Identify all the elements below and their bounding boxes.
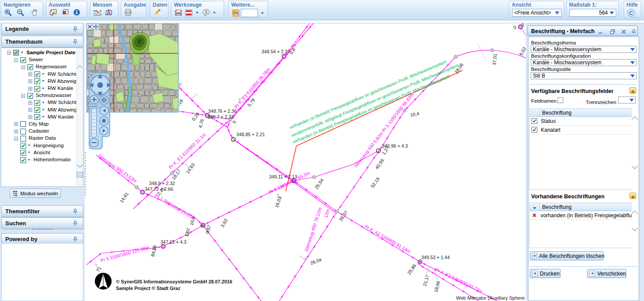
svg-text:348.85 + 2.21: 348.85 + 2.21 (236, 132, 265, 137)
svg-text:© SynerGIS Informationssysteme: © SynerGIS Informationssysteme GmbH 28.0… (116, 279, 232, 284)
svg-text:Sample Project © Stadt Graz: Sample Project © Stadt Graz (116, 286, 181, 291)
svg-text:37,01: 37,01 (491, 53, 498, 65)
svg-text:C: C (629, 10, 633, 16)
svg-text:349.53 + 1.44: 349.53 + 1.44 (421, 255, 450, 260)
svg-text:348.9 + 2.32: 348.9 + 2.32 (149, 181, 175, 186)
svg-text:Web Mercator (Auxiliary Sphere: Web Mercator (Auxiliary Sphere (456, 295, 525, 301)
svg-text:348.76 + 2.36: 348.76 + 2.36 (208, 108, 237, 114)
svg-text:A: A (235, 11, 238, 15)
svg-text:348.54 + 2.37: 348.54 + 2.37 (262, 49, 290, 54)
svg-text:A: A (107, 10, 111, 16)
svg-text:348.7 + 2.32: 348.7 + 2.32 (208, 114, 234, 119)
svg-text:347.15 + 4.3: 347.15 + 4.3 (161, 239, 187, 245)
